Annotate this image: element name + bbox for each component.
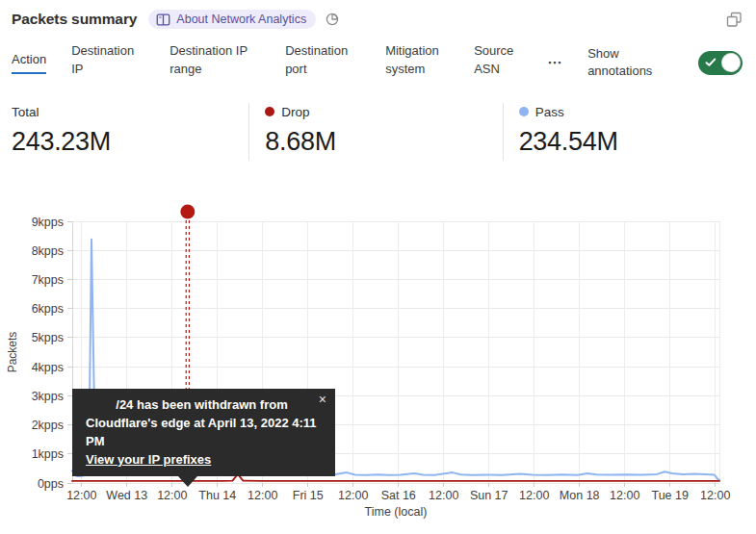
- x-tick-label: Sat 16: [381, 489, 416, 502]
- show-annotations-toggle[interactable]: [698, 51, 743, 75]
- x-tick-label: Fri 15: [293, 489, 324, 502]
- x-tick-label: 12:00: [157, 489, 187, 502]
- y-tick-label: 1kpps: [32, 447, 64, 461]
- x-tick-label: 12:00: [519, 489, 549, 502]
- tooltip-close-icon[interactable]: ×: [319, 393, 326, 406]
- y-tick-label: 7kpps: [32, 273, 64, 287]
- tab-destination-ip-range[interactable]: Destination IP range: [169, 42, 260, 84]
- toggle-knob: [721, 53, 741, 72]
- stat-value: 234.54M: [519, 127, 756, 157]
- x-tick-label: 12:00: [338, 489, 368, 502]
- x-tick-label: 12:00: [610, 489, 639, 502]
- annotation-dot[interactable]: [180, 205, 195, 219]
- pass-legend-dot: [519, 107, 529, 116]
- x-tick-label: Sun 17: [470, 489, 508, 502]
- tab-destination-ip[interactable]: Destination IP: [71, 42, 144, 84]
- tab-action[interactable]: Action: [12, 51, 46, 74]
- duplicate-panel-icon[interactable]: [726, 12, 743, 28]
- book-icon: [156, 13, 170, 26]
- stat-value: 8.68M: [265, 127, 502, 157]
- summary-stats: Total243.23MDrop8.68MPass234.54M: [0, 103, 756, 161]
- x-tick-label: 12:00: [700, 489, 730, 502]
- stat-total: Total243.23M: [0, 103, 248, 161]
- about-link-label: About Network Analytics: [176, 13, 306, 26]
- x-tick-label: 12:00: [66, 489, 96, 502]
- tab-destination-port[interactable]: Destination port: [285, 42, 360, 84]
- dimension-tabs: ActionDestination IPDestination IP range…: [0, 29, 756, 84]
- annotation-tooltip: × /24 has been withdrawn from Cloudflare…: [72, 389, 335, 476]
- y-tick-label: 6kpps: [32, 302, 64, 316]
- packets-summary-panel: Packets summary About Network Analytics …: [0, 0, 756, 534]
- show-annotations-label: Show annotations: [587, 45, 670, 82]
- tab-source-asn[interactable]: Source ASN: [474, 42, 522, 84]
- y-axis-title: Packets: [6, 332, 19, 373]
- panel-header: Packets summary About Network Analytics: [0, 0, 756, 29]
- y-tick-label: 2kpps: [32, 419, 64, 432]
- stat-pass: Pass234.54M: [503, 103, 756, 161]
- tooltip-caret: [178, 476, 197, 487]
- y-tick-label: 0pps: [38, 477, 64, 491]
- stat-value: 243.23M: [12, 127, 248, 157]
- tooltip-line1: /24 has been withdrawn from: [86, 396, 322, 415]
- ip-prefixes-link[interactable]: View your IP prefixes: [86, 452, 211, 467]
- more-tabs-button[interactable]: ⋯: [547, 54, 562, 71]
- x-tick-label: Tue 19: [651, 489, 689, 502]
- x-tick-label: 12:00: [248, 489, 277, 502]
- y-tick-label: 3kpps: [32, 390, 64, 403]
- y-tick-label: 4kpps: [32, 361, 64, 374]
- stat-drop: Drop8.68M: [248, 103, 502, 161]
- y-tick-label: 9kpps: [32, 216, 64, 229]
- stat-name: Total: [12, 105, 39, 119]
- y-tick-label: 5kpps: [32, 331, 64, 344]
- x-tick-label: 12:00: [429, 489, 458, 502]
- y-tick-label: 8kpps: [32, 244, 64, 258]
- page-title: Packets summary: [12, 11, 137, 28]
- x-tick-label: Wed 13: [106, 489, 147, 502]
- tooltip-line2: Cloudflare's edge at April 13, 2022 4:11…: [86, 415, 322, 451]
- time-period-icon: [325, 12, 340, 27]
- x-tick-label: Mon 18: [560, 489, 600, 502]
- drop-legend-dot: [265, 107, 274, 116]
- tab-mitigation-system[interactable]: Mitigation system: [385, 42, 449, 84]
- about-network-analytics-link[interactable]: About Network Analytics: [148, 10, 316, 29]
- stat-name: Pass: [535, 105, 564, 119]
- x-tick-label: Thu 14: [198, 489, 236, 502]
- check-icon: [705, 58, 717, 67]
- stat-name: Drop: [281, 105, 309, 119]
- x-axis-title: Time (local): [365, 505, 428, 519]
